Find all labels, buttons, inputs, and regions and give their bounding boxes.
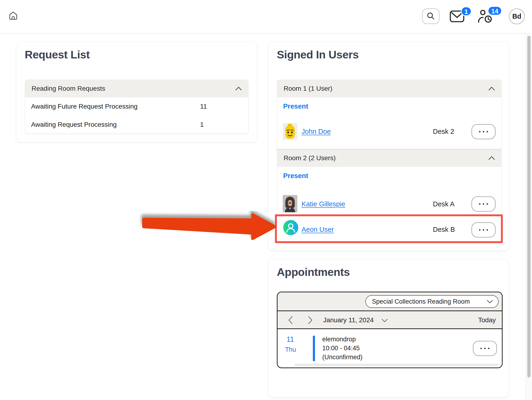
mail-badge: 1 xyxy=(461,6,471,16)
user-link[interactable]: John Doe xyxy=(302,128,331,135)
top-bar: 1 14 Bd xyxy=(0,0,532,33)
request-list-body: Awaiting Future Request Processing 11 Aw… xyxy=(25,97,249,134)
room-1-body: Present John Doe Desk 2 xyxy=(277,97,502,149)
appointment-actions-button[interactable] xyxy=(473,341,497,356)
user-avatar-lego[interactable] xyxy=(283,123,297,141)
appointments-title: Appointments xyxy=(277,265,350,278)
user-avatar-photo[interactable] xyxy=(283,195,297,213)
ellipsis-icon xyxy=(479,229,481,231)
home-icon xyxy=(8,11,18,20)
user-actions-button[interactable] xyxy=(471,222,495,238)
rooms-accordion: Room 1 (1 User) Present xyxy=(277,80,502,242)
next-day-button[interactable] xyxy=(308,316,314,324)
room-filter-value: Special Collections Reading Room xyxy=(372,298,470,305)
chevron-down-icon[interactable] xyxy=(382,319,388,322)
present-status-label: Present xyxy=(283,172,308,180)
signins-badge: 14 xyxy=(488,6,502,16)
user-actions-button[interactable] xyxy=(471,196,495,212)
appointment-user: elemondrop xyxy=(322,335,362,344)
chevron-right-icon xyxy=(308,316,313,324)
mail-button[interactable]: 1 xyxy=(450,10,465,24)
dashboard-page: 1 14 Bd Request List Reading Room Reques… xyxy=(0,0,532,400)
present-status-label: Present xyxy=(283,103,308,110)
desk-label: Desk A xyxy=(433,200,455,208)
signed-in-users-button[interactable]: 14 xyxy=(477,9,493,25)
queue-count: 11 xyxy=(200,103,207,110)
user-avatar-generic[interactable] xyxy=(283,220,298,236)
appointment-weekday: Thu xyxy=(285,346,296,353)
home-button[interactable] xyxy=(8,11,18,21)
request-list-card: Request List Reading Room Requests Await… xyxy=(16,42,257,142)
user-avatar[interactable]: Bd xyxy=(509,8,525,24)
avatar-initials: Bd xyxy=(512,13,521,20)
request-list-title: Request List xyxy=(25,48,90,61)
appointment-details[interactable]: elemondrop 10:00 - 04:45 (Unconfirmed) xyxy=(322,335,362,361)
room-2-body: Present Katie Gillesp xyxy=(277,167,502,242)
horizontal-scrollbar[interactable] xyxy=(294,364,499,366)
room-2-header[interactable]: Room 2 (2 Users) xyxy=(277,149,502,167)
request-queue-row[interactable]: Awaiting Request Processing 1 xyxy=(25,116,248,134)
desk-label: Desk B xyxy=(433,226,455,233)
current-date-label[interactable]: January 11, 2024 xyxy=(323,316,374,324)
room-1-header[interactable]: Room 1 (1 User) xyxy=(277,80,502,97)
ellipsis-icon xyxy=(481,348,482,349)
desk-label: Desk 2 xyxy=(433,128,454,135)
page-scrollbar-thumb[interactable] xyxy=(527,36,531,377)
appointment-day: 11 xyxy=(286,335,294,344)
search-icon xyxy=(427,12,435,20)
today-button[interactable]: Today xyxy=(478,316,496,324)
date-navigation-bar: January 11, 2024 Today xyxy=(278,311,502,329)
reading-room-requests-header[interactable]: Reading Room Requests xyxy=(25,80,249,97)
room-2-label: Room 2 (2 Users) xyxy=(284,154,336,162)
chevron-up-icon xyxy=(488,87,495,90)
chevron-down-icon xyxy=(487,300,493,303)
signed-in-users-title: Signed In Users xyxy=(277,48,359,61)
user-actions-button[interactable] xyxy=(471,124,495,139)
request-list-accordion: Reading Room Requests Awaiting Future Re… xyxy=(25,80,249,134)
search-button[interactable] xyxy=(422,8,439,24)
chevron-left-icon xyxy=(288,316,293,324)
chevron-up-icon xyxy=(488,156,495,160)
previous-day-button[interactable] xyxy=(288,316,294,324)
appointments-toolbar: Special Collections Reading Room xyxy=(278,292,502,311)
room-filter-select[interactable]: Special Collections Reading Room xyxy=(365,295,499,308)
appointments-list: 11 Thu elemondrop 10:00 - 04:45 (Unconfi… xyxy=(278,329,502,367)
user-link[interactable]: Katie Gillespie xyxy=(302,200,345,208)
queue-count: 1 xyxy=(200,121,204,128)
lego-head-avatar-image xyxy=(283,123,297,140)
ellipsis-icon xyxy=(479,131,481,132)
annotation-arrow xyxy=(138,211,279,244)
appointments-panel: Special Collections Reading Room xyxy=(277,292,503,368)
appointment-color-bar xyxy=(313,336,315,361)
user-link-highlighted[interactable]: Aeon User xyxy=(302,226,334,233)
katie-avatar-image xyxy=(283,195,297,212)
chevron-up-icon xyxy=(235,87,242,90)
person-gradient-avatar-image xyxy=(283,220,298,235)
request-queue-row[interactable]: Awaiting Future Request Processing 11 xyxy=(25,97,248,116)
room-1-label: Room 1 (1 User) xyxy=(284,85,332,92)
queue-label: Awaiting Request Processing xyxy=(31,121,117,128)
queue-label: Awaiting Future Request Processing xyxy=(31,103,138,110)
signed-in-users-card: Signed In Users Room 1 (1 User) Present xyxy=(268,42,509,251)
reading-room-requests-label: Reading Room Requests xyxy=(32,85,105,92)
appointment-status: (Unconfirmed) xyxy=(322,353,362,361)
page-scrollbar-track[interactable] xyxy=(526,34,532,400)
appointments-card: Appointments Special Collections Reading… xyxy=(268,259,509,397)
appointment-time: 10:00 - 04:45 xyxy=(322,344,362,353)
ellipsis-icon xyxy=(479,203,481,205)
